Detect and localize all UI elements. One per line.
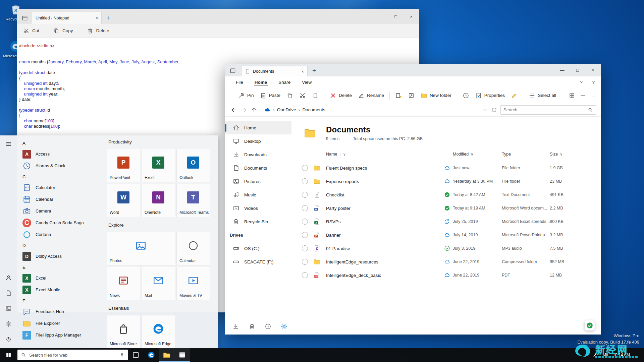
- close-button[interactable]: ×: [404, 9, 419, 24]
- toolbar-rename-button[interactable]: Rename: [355, 90, 387, 101]
- sidebar-item-documents[interactable]: Documents: [225, 161, 291, 175]
- menu-share[interactable]: Share: [278, 78, 291, 86]
- address-dropdown-icon[interactable]: [482, 107, 488, 113]
- explorer-tab[interactable]: Documents ×: [241, 66, 308, 76]
- menu-home[interactable]: Home: [254, 78, 268, 86]
- toolbar-new-folder-button[interactable]: New folder: [418, 90, 454, 101]
- chevron-down-icon[interactable]: ∨: [471, 152, 473, 157]
- toolbar-new-item-button[interactable]: [392, 90, 405, 101]
- toolbar-shortcut-button[interactable]: [405, 90, 418, 101]
- pen-icon[interactable]: [592, 352, 598, 358]
- chevron-down-icon[interactable]: ∨: [560, 152, 562, 157]
- taskbar-search[interactable]: [17, 350, 128, 360]
- notepad-titlebar[interactable]: Untitled - Notepad × + — □ ×: [17, 9, 419, 24]
- sidebar-item-seagate-f[interactable]: SEAGATE (F:): [225, 255, 291, 268]
- breadcrumb-onedrive[interactable]: OneDrive: [277, 107, 296, 112]
- tile-powerpoint[interactable]: PPowerPoint: [107, 149, 140, 182]
- app-item-alarms-clock[interactable]: Alarms & Clock: [17, 160, 105, 172]
- tray-clock[interactable]: 10:14 AM: [613, 353, 630, 357]
- toolbar-pin-button[interactable]: Pin: [235, 90, 257, 101]
- toolbar-clip2-button[interactable]: [309, 90, 322, 101]
- sidebar-item-downloads[interactable]: Downloads: [225, 148, 291, 161]
- explorer-search[interactable]: [500, 105, 596, 115]
- app-item-excel-mobile[interactable]: XExcel Mobile: [17, 284, 105, 296]
- file-row[interactable]: Expense reportsYesterday at 3:30 PMFile …: [291, 175, 595, 188]
- column-name[interactable]: Name ↑ ∨: [326, 152, 444, 157]
- row-select-radio[interactable]: [302, 178, 308, 184]
- maximize-button[interactable]: □: [570, 64, 585, 76]
- row-select-radio[interactable]: [302, 165, 308, 171]
- sync-status-button[interactable]: [585, 320, 595, 330]
- tile-group-title[interactable]: Explore: [108, 223, 214, 229]
- details-view-icon[interactable]: [580, 93, 586, 99]
- breadcrumb[interactable]: ›OneDrive›Documents: [261, 105, 479, 115]
- notepad-tab[interactable]: Untitled - Notepad ×: [32, 12, 102, 24]
- minimize-button[interactable]: —: [554, 64, 570, 76]
- tray-date[interactable]: Ma: [603, 353, 608, 357]
- row-select-radio[interactable]: [302, 245, 308, 251]
- app-item-camera[interactable]: Camera: [17, 205, 105, 217]
- row-select-radio[interactable]: [302, 232, 308, 238]
- pictures-icon[interactable]: [5, 305, 12, 312]
- toolbar-cut-button[interactable]: [296, 90, 309, 101]
- new-tab-button[interactable]: +: [106, 14, 110, 22]
- app-item-candy-crush-soda-saga[interactable]: CCandy Crush Soda Saga: [17, 217, 105, 229]
- delete-button[interactable]: Delete: [87, 28, 109, 34]
- file-row[interactable]: Fluent Design specsJust nowFile folder1.…: [291, 161, 595, 175]
- close-button[interactable]: ×: [585, 64, 601, 76]
- chevron-down-icon[interactable]: ∨: [343, 152, 346, 157]
- toolbar-copy-button[interactable]: [283, 90, 296, 101]
- forward-icon[interactable]: [240, 107, 247, 113]
- tab-close-icon[interactable]: ×: [301, 69, 304, 74]
- app-item-excel[interactable]: XExcel: [17, 272, 105, 284]
- sort-ascending-icon[interactable]: ↑: [339, 152, 341, 156]
- settings-footer-icon[interactable]: [281, 323, 287, 330]
- row-select-radio[interactable]: [302, 219, 308, 225]
- column-type[interactable]: Type: [502, 152, 550, 157]
- sidebar-item-music[interactable]: Music: [225, 188, 291, 201]
- tile-mail[interactable]: Mail: [142, 267, 175, 300]
- app-item-feedback-hub[interactable]: Feedback Hub: [17, 306, 105, 317]
- help-icon[interactable]: ?: [592, 80, 595, 85]
- taskbar-edge-button[interactable]: [144, 348, 159, 362]
- sidebar-item-recycle-bin[interactable]: Recycle Bin: [225, 215, 291, 228]
- app-group-letter[interactable]: F: [17, 296, 105, 306]
- sidebar-item-home[interactable]: Home: [225, 121, 291, 134]
- app-group-letter[interactable]: D: [17, 240, 105, 250]
- more-options-icon[interactable]: …: [591, 93, 596, 98]
- explorer-search-input[interactable]: [503, 107, 586, 112]
- sidebar-item-pictures[interactable]: Pictures: [225, 175, 291, 188]
- breadcrumb-documents[interactable]: Documents: [302, 107, 325, 112]
- power-icon[interactable]: [5, 336, 12, 343]
- new-tab-button[interactable]: +: [312, 67, 316, 74]
- tile-microsoft-edge[interactable]: Microsoft Edge: [142, 315, 175, 348]
- app-item-access[interactable]: AAccess: [17, 148, 105, 160]
- history-footer-icon[interactable]: [265, 323, 271, 330]
- microphone-icon[interactable]: [119, 352, 125, 358]
- taskbar-window-button[interactable]: [174, 348, 190, 362]
- sidebar-item-os-c[interactable]: OS (C:): [225, 242, 291, 255]
- file-row[interactable]: WParty posterToday at 9:19 AMMicrosoft W…: [291, 201, 595, 215]
- cut-button[interactable]: Cut: [23, 28, 39, 34]
- tile-calendar[interactable]: Calendar: [176, 232, 210, 265]
- search-icon[interactable]: [588, 107, 593, 113]
- toolbar-properties-button[interactable]: Properties: [472, 90, 508, 101]
- tile-word[interactable]: WWord: [107, 184, 140, 217]
- maximize-button[interactable]: □: [388, 9, 404, 24]
- menu-file[interactable]: File: [235, 78, 244, 86]
- hamburger-menu-icon[interactable]: [5, 141, 12, 147]
- grid-view-icon[interactable]: [569, 93, 575, 99]
- app-item-dolby-access[interactable]: DDolby Access: [17, 250, 105, 262]
- app-group-letter[interactable]: C: [17, 172, 105, 182]
- app-item-calendar[interactable]: Calendar: [17, 193, 105, 205]
- tile-onenote[interactable]: NOneNote: [142, 184, 175, 217]
- explorer-tabbar[interactable]: Documents × + — □ ×: [225, 64, 601, 76]
- collapse-ribbon-icon[interactable]: [579, 79, 584, 85]
- documents-icon[interactable]: [5, 290, 12, 296]
- download-footer-icon[interactable]: [232, 323, 239, 330]
- copy-button[interactable]: Copy: [53, 28, 73, 34]
- row-select-radio[interactable]: [302, 272, 308, 278]
- toolbar-select-all-button[interactable]: Select all: [526, 90, 559, 101]
- file-row[interactable]: IntelligentEdge_resourcesJune 22, 2019Co…: [291, 255, 595, 268]
- tile-movies-tv[interactable]: Movies & TV: [176, 267, 210, 300]
